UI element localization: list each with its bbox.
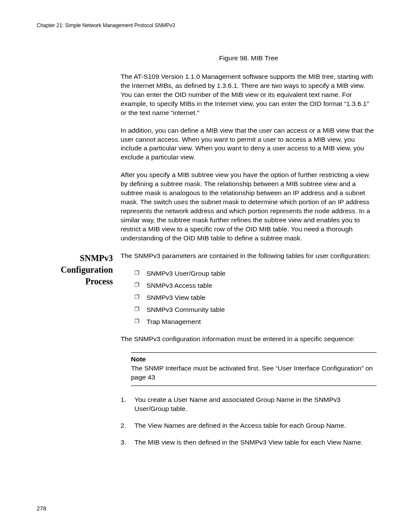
- page: Chapter 21: Simple Network Management Pr…: [0, 0, 411, 532]
- list-item: The MIB view is then defined in the SNMP…: [121, 438, 377, 447]
- figure-caption: Figure 98. MIB Tree: [121, 54, 377, 62]
- page-number: 278: [37, 505, 47, 512]
- running-header: Chapter 21: Simple Network Management Pr…: [37, 22, 377, 28]
- list-item: The View Names are defined in the Access…: [121, 421, 377, 430]
- upper-content: Figure 98. MIB Tree The AT-S109 Version …: [121, 54, 377, 243]
- list-item: SNMPv3 View table: [134, 293, 377, 302]
- paragraph: The SNMPv3 configuration information mus…: [121, 335, 377, 344]
- list-item: SNMPv3 User/Group table: [134, 269, 377, 278]
- section-body: The SNMPv3 parameters are contained in t…: [121, 252, 377, 455]
- side-heading: SNMPv3 Configuration Process: [37, 252, 121, 287]
- list-item: SNMPv3 Access table: [134, 281, 377, 290]
- paragraph: The SNMPv3 parameters are contained in t…: [121, 252, 377, 261]
- list-item: You create a User Name and associated Gr…: [121, 395, 377, 414]
- note-box: Note The SNMP Interface must be activate…: [131, 352, 377, 386]
- section-row: SNMPv3 Configuration Process The SNMPv3 …: [37, 252, 377, 455]
- list-item: Trap Management: [134, 317, 377, 326]
- ordered-steps: You create a User Name and associated Gr…: [121, 395, 377, 447]
- list-item: SNMPv3 Community table: [134, 305, 377, 314]
- note-label: Note: [131, 355, 377, 363]
- note-text: The SNMP Interface must be activated fir…: [131, 364, 377, 382]
- paragraph: In addition, you can define a MIB view t…: [121, 126, 377, 162]
- paragraph: The AT-S109 Version 1.1.0 Management sof…: [121, 72, 377, 118]
- paragraph: After you specify a MIB subtree view you…: [121, 171, 377, 243]
- bullet-list: SNMPv3 User/Group table SNMPv3 Access ta…: [134, 269, 377, 327]
